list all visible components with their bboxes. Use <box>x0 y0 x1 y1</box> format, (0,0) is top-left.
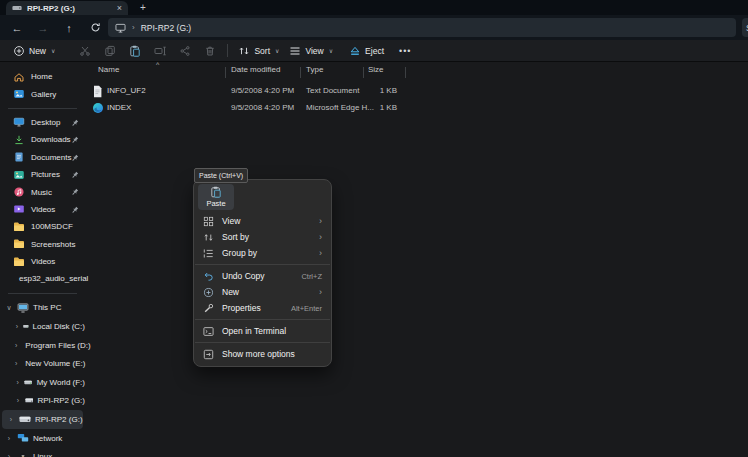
pin-icon <box>71 188 79 196</box>
menu-item-view[interactable]: View › <box>194 213 331 229</box>
cut-icon <box>79 45 91 57</box>
sort-button[interactable]: Sort ∨ <box>233 42 284 60</box>
tooltip-text: Paste (Ctrl+V) <box>199 172 243 179</box>
back-button[interactable]: ← <box>8 19 26 36</box>
tab-close-icon[interactable]: × <box>117 4 122 13</box>
chevron-collapsed-icon[interactable]: › <box>15 342 17 349</box>
file-row-info-uf2[interactable]: INFO_UF2 9/5/2008 4:20 PM Text Document … <box>85 83 485 100</box>
file-row-index[interactable]: INDEX 9/5/2008 4:20 PM Microsoft Edge H.… <box>85 100 485 117</box>
chevron-collapsed-icon[interactable]: › <box>15 360 17 367</box>
command-bar: New ∨ Sort ∨ View ∨ <box>0 40 748 62</box>
menu-item-sort-by[interactable]: Sort by › <box>194 229 331 245</box>
menu-item-open-in-terminal[interactable]: Open in Terminal <box>194 323 331 339</box>
eject-button-label: Eject <box>365 46 384 56</box>
column-header-date-modified[interactable]: Date modified <box>231 65 280 74</box>
new-button[interactable]: New ∨ <box>8 42 60 60</box>
sidebar-item-esp32-audio-serial[interactable]: esp32_audio_serial <box>0 270 85 287</box>
sidebar-item-program-files-d[interactable]: › Program Files (D:) <box>0 336 85 355</box>
sidebar-item-label: Screenshots <box>31 240 75 249</box>
sidebar-item-new-volume-e[interactable]: › New Volume (E:) <box>0 354 85 373</box>
sidebar-item-videos-folder[interactable]: Videos <box>0 253 85 270</box>
sidebar-item-rpi-rp2-g-child[interactable]: › RPI-RP2 (G:) <box>0 392 85 411</box>
chevron-right-icon: › <box>319 217 322 226</box>
this-pc-icon <box>115 23 126 33</box>
sidebar-item-label: Local Disk (C:) <box>33 322 85 331</box>
rename-button[interactable] <box>147 42 172 60</box>
paste-button[interactable] <box>122 42 147 60</box>
properties-icon <box>202 303 214 314</box>
folder-icon <box>13 221 25 233</box>
file-list-pane: Name ^ Date modified Type Size INFO_UF2 … <box>85 63 748 457</box>
sidebar-item-rpi-rp2-g-selected[interactable]: › RPI-RP2 (G:) <box>2 410 83 429</box>
sidebar-item-100msdcf[interactable]: 100MSDCF <box>0 218 85 235</box>
sidebar-item-network[interactable]: › Network <box>0 429 85 448</box>
view-grid-icon <box>202 216 214 227</box>
refresh-button[interactable] <box>86 19 104 36</box>
chevron-collapsed-icon[interactable]: › <box>7 416 15 423</box>
sidebar-item-downloads[interactable]: Downloads <box>0 131 85 148</box>
sidebar-item-linux[interactable]: › Linux <box>0 447 85 457</box>
tab-bar: RPI-RP2 (G:) × + <box>0 0 748 15</box>
sidebar-item-label: Videos <box>31 205 55 214</box>
eject-icon <box>349 45 361 57</box>
menu-item-label: New <box>222 287 239 297</box>
forward-button[interactable]: → <box>34 19 52 36</box>
sidebar-item-desktop[interactable]: Desktop <box>0 114 85 131</box>
share-button[interactable] <box>172 42 197 60</box>
delete-button[interactable] <box>197 42 222 60</box>
menu-item-new[interactable]: New › <box>194 284 331 300</box>
paste-menu-button[interactable]: Paste <box>198 184 234 210</box>
sidebar-item-gallery[interactable]: Gallery <box>0 85 85 102</box>
column-divider[interactable] <box>405 67 406 78</box>
column-header-name[interactable]: Name <box>98 65 119 74</box>
column-divider[interactable] <box>363 67 364 78</box>
see-more-button[interactable]: ••• <box>399 46 411 56</box>
copy-button[interactable] <box>97 42 122 60</box>
sidebar-item-label: Pictures <box>31 170 60 179</box>
chevron-down-icon: ∨ <box>329 47 333 54</box>
menu-item-shortcut: Ctrl+Z <box>301 272 322 281</box>
menu-item-group-by[interactable]: Group by › <box>194 245 331 261</box>
menu-item-label: Open in Terminal <box>222 326 286 336</box>
sidebar-item-documents[interactable]: Documents <box>0 149 85 166</box>
menu-item-show-more-options[interactable]: Show more options <box>194 346 331 362</box>
chevron-collapsed-icon[interactable]: › <box>15 379 20 386</box>
new-tab-button[interactable]: + <box>140 2 146 13</box>
usb-drive-icon <box>25 396 34 405</box>
column-header-type[interactable]: Type <box>306 65 323 74</box>
menu-item-properties[interactable]: Properties Alt+Enter <box>194 300 331 316</box>
this-pc-icon <box>17 302 29 314</box>
sidebar-item-label: esp32_audio_serial <box>19 274 88 283</box>
explorer-tab[interactable]: RPI-RP2 (G:) × <box>6 1 128 15</box>
sidebar-item-pictures[interactable]: Pictures <box>0 166 85 183</box>
search-input[interactable]: S <box>742 18 748 37</box>
up-button[interactable]: ↑ <box>60 19 78 36</box>
cut-button[interactable] <box>72 42 97 60</box>
tab-title: RPI-RP2 (G:) <box>27 4 112 13</box>
chevron-collapsed-icon[interactable]: › <box>5 435 13 442</box>
sidebar-item-this-pc[interactable]: ∨ This PC <box>0 299 85 318</box>
eject-button[interactable]: Eject <box>344 42 389 60</box>
chevron-expanded-icon[interactable]: ∨ <box>5 304 13 312</box>
sidebar-item-screenshots[interactable]: Screenshots <box>0 236 85 253</box>
address-bar[interactable]: › RPI-RP2 (G:) <box>108 18 736 37</box>
chevron-collapsed-icon[interactable]: › <box>5 453 13 457</box>
sidebar-item-label: Videos <box>31 257 55 266</box>
sidebar-item-label: Home <box>31 72 52 81</box>
column-divider[interactable] <box>225 67 226 78</box>
chevron-collapsed-icon[interactable]: › <box>15 397 21 404</box>
sidebar-item-music[interactable]: Music <box>0 183 85 200</box>
sidebar-item-label: RPI-RP2 (G:) <box>37 396 85 405</box>
sidebar-item-videos[interactable]: Videos <box>0 201 85 218</box>
column-header-size[interactable]: Size <box>368 65 384 74</box>
menu-item-undo-copy[interactable]: Undo Copy Ctrl+Z <box>194 268 331 284</box>
sidebar-item-my-world-f[interactable]: › My World (F:) <box>0 373 85 392</box>
sidebar-item-home[interactable]: Home <box>0 68 85 85</box>
chevron-collapsed-icon[interactable]: › <box>15 323 19 330</box>
sidebar-item-label: RPI-RP2 (G:) <box>35 415 83 424</box>
column-divider[interactable] <box>300 67 301 78</box>
sidebar-item-local-disk-c[interactable]: › Local Disk (C:) <box>0 317 85 336</box>
sidebar-divider <box>8 293 77 294</box>
share-icon <box>179 45 191 57</box>
view-button[interactable]: View ∨ <box>284 42 338 60</box>
